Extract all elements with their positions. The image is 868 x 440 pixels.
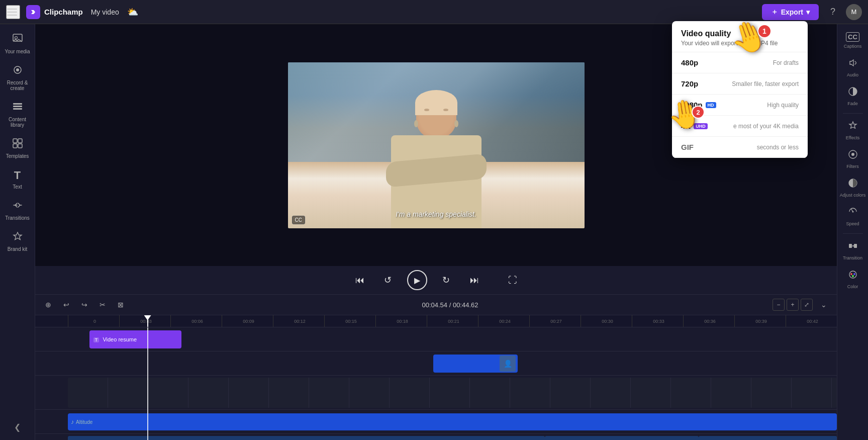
sidebar-label-text: Text [13, 184, 22, 190]
clip-audio-altitude[interactable]: ♪ Altitude [68, 413, 837, 430]
right-sidebar-item-color[interactable]: Color [839, 266, 867, 293]
export-option-gif-desc: seconds or less [757, 144, 799, 151]
svg-rect-18 [854, 244, 857, 248]
right-sidebar-divider-1 [843, 113, 863, 114]
export-chevron-icon: ▾ [806, 8, 810, 16]
audio-icon [848, 58, 858, 70]
svg-rect-7 [13, 108, 22, 110]
zoom-out-button[interactable]: − [773, 299, 785, 311]
sidebar-collapse-button[interactable]: ❮ [10, 419, 26, 435]
timeline-area: ⊕ ↩ ↪ ✂ ⊠ 00:04.54 / 00:44.62 − + ⤢ ⌄ 0 … [35, 294, 837, 440]
magnet-tool-button[interactable]: ⊕ [41, 298, 55, 312]
right-sidebar-item-effects[interactable]: Effects [839, 117, 867, 144]
closed-captions-button[interactable]: CC [292, 216, 305, 224]
forward-button[interactable]: ↻ [437, 271, 455, 289]
clip-audio-file-1[interactable]: ♪ 13/09/2024, 12:58:48 · Audio · My vide… [68, 436, 545, 440]
record-create-icon [12, 64, 23, 78]
clip-text-icon: T [93, 337, 100, 342]
clip-blue[interactable]: 👤 [433, 355, 518, 373]
export-option-4k-desc: e most of your 4K media [733, 123, 799, 130]
undo-button[interactable]: ↩ [59, 298, 73, 312]
right-sidebar-item-speed[interactable]: Speed [839, 203, 867, 230]
ruler-mark-33: 00:33 [632, 315, 683, 327]
sidebar-item-record-create[interactable]: Record & create [3, 60, 33, 95]
app-name: Clipchamp [44, 8, 83, 16]
right-sidebar-label-adjust-colors: Adjust colors [840, 193, 866, 198]
export-header: Video quality Your video will export as … [672, 21, 808, 52]
export-option-1080p[interactable]: 1080p HD High quality [672, 95, 808, 116]
play-pause-button[interactable]: ▶ [407, 270, 427, 290]
export-option-480p[interactable]: 480p For drafts [672, 52, 808, 73]
svg-rect-10 [13, 144, 17, 148]
playhead-ruler [147, 315, 148, 327]
topbar: Clipchamp My video ⛅ ＋ Export ▾ ? M Vide… [0, 0, 868, 24]
music-note-icon: ♪ [71, 418, 74, 425]
export-option-4k[interactable]: 4K UHD e most of your 4K media [672, 116, 808, 137]
skip-back-button[interactable]: ⏮ [351, 271, 369, 289]
svg-rect-17 [849, 244, 852, 248]
svg-rect-8 [13, 139, 17, 143]
right-sidebar-label-audio: Audio [847, 72, 858, 77]
sidebar-label-templates: Templates [6, 153, 29, 159]
sidebar-item-brand-kit[interactable]: Brand kit [3, 227, 33, 256]
delete-button[interactable]: ⊠ [114, 298, 128, 312]
fullscreen-button[interactable]: ⛶ [504, 271, 522, 289]
export-option-720p[interactable]: 720p Smaller file, faster export [672, 73, 808, 95]
your-media-icon [12, 33, 23, 47]
filmstrip-track-body[interactable] [68, 376, 837, 409]
right-sidebar-label-transition: Transition [843, 255, 862, 260]
clip-audio-file-2[interactable]: ♪ 13/09/2024, 12:58:48 · Audio · My vide… [545, 436, 699, 440]
filters-icon [848, 149, 858, 162]
redo-button[interactable]: ↪ [77, 298, 91, 312]
export-option-480p-label: 480p [681, 58, 698, 67]
topbar-icons: ? M [825, 4, 862, 20]
transitions-icon [12, 200, 23, 213]
effects-icon [848, 121, 858, 133]
help-button[interactable]: ? [825, 4, 841, 20]
ruler-mark-24: 00:24 [478, 315, 529, 327]
timeline-expand-button[interactable]: ⌄ [817, 298, 831, 312]
sidebar-item-templates[interactable]: Templates [3, 134, 33, 163]
sidebar-item-text[interactable]: T Text [3, 165, 33, 194]
svg-point-16 [852, 211, 853, 213]
fit-to-window-button[interactable]: ⤢ [801, 299, 813, 311]
right-sidebar-label-fade: Fade [847, 101, 858, 106]
svg-point-21 [853, 273, 855, 275]
right-sidebar-item-captions[interactable]: CC Captions [839, 28, 867, 53]
avatar[interactable]: M [846, 4, 862, 20]
sidebar-item-content-library[interactable]: Content library [3, 97, 33, 132]
export-option-1080p-desc: High quality [767, 102, 799, 109]
right-sidebar: CC Captions Audio Fade [837, 24, 868, 440]
right-sidebar-item-transition[interactable]: Transition [839, 237, 867, 265]
right-sidebar-item-adjust-colors[interactable]: Adjust colors [839, 174, 867, 202]
export-option-4k-label: 4K UHD [681, 122, 708, 130]
brand-kit-icon [12, 231, 23, 244]
split-button[interactable]: ✂ [95, 298, 110, 312]
timeline-tracks-container: T Video resume 👤 [35, 327, 837, 440]
export-option-480p-desc: For drafts [773, 59, 799, 66]
sidebar-item-transitions[interactable]: Transitions [3, 196, 33, 225]
hamburger-menu-button[interactable] [6, 5, 20, 19]
zoom-in-button[interactable]: + [787, 299, 799, 311]
audio-altitude-text: Altitude [76, 419, 92, 425]
right-sidebar-item-audio[interactable]: Audio [839, 54, 867, 81]
clip-video-resume[interactable]: T Video resume [89, 330, 182, 348]
export-option-gif[interactable]: GIF seconds or less [672, 137, 808, 158]
timeline-zoom-controls: − + ⤢ [773, 299, 813, 311]
ruler-mark-03: 00:03 [119, 315, 170, 327]
rewind-button[interactable]: ↺ [379, 271, 397, 289]
right-sidebar-item-filters[interactable]: Filters [839, 145, 867, 173]
right-sidebar-item-fade[interactable]: Fade [839, 82, 867, 110]
timeline-ruler-marks: 0 00:03 00:06 00:09 00:12 00:15 00:18 00… [68, 315, 837, 327]
track-2-body: 👤 [68, 351, 837, 375]
right-sidebar-label-effects: Effects [846, 135, 859, 140]
video-title[interactable]: My video [91, 8, 119, 16]
export-button[interactable]: ＋ Export ▾ [762, 4, 819, 20]
sidebar-item-your-media[interactable]: Your media [3, 29, 33, 58]
right-sidebar-label-speed: Speed [846, 221, 859, 226]
ruler-mark-18: 00:18 [375, 315, 427, 327]
skip-forward-button[interactable]: ⏭ [465, 271, 484, 289]
sidebar-label-your-media: Your media [5, 49, 30, 54]
clip-audio-file-3[interactable]: ♪ 13/09/2024, 12:58:48 · Audio [699, 436, 837, 440]
sidebar-label-content-library: Content library [5, 117, 31, 128]
